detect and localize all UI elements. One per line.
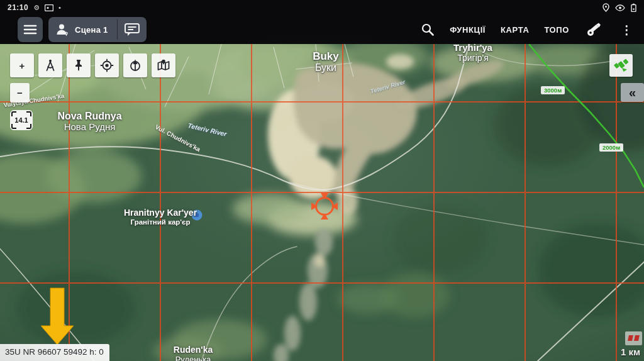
scene-button-label: Сцена 1 — [75, 25, 108, 35]
drafting-compass-icon — [43, 58, 58, 73]
zoom-level-indicator: 14.1 — [10, 110, 33, 130]
pin-tool-button[interactable] — [67, 53, 91, 77]
compass-arrow-icon — [128, 58, 143, 73]
zoom-level-value: 14.1 — [14, 116, 28, 124]
overflow-menu-button[interactable]: ⋮ — [618, 23, 635, 37]
chat-bubble-icon — [124, 22, 140, 37]
screenshot-status-icon — [45, 4, 53, 11]
red-unit-glyph — [628, 335, 633, 341]
menu-item-functions[interactable]: ФУНКЦІЇ — [450, 25, 486, 35]
map-with-pin-icon — [156, 58, 171, 73]
double-chevron-left-icon: « — [629, 86, 636, 100]
target-center-button[interactable] — [95, 53, 119, 77]
target-icon — [99, 58, 114, 73]
notification-dot-icon: • — [58, 4, 61, 11]
scene-button[interactable]: Сцена 1 — [48, 17, 117, 42]
poi-marker[interactable] — [192, 210, 203, 221]
measure-tool-button[interactable] — [38, 53, 62, 77]
eye-status-icon — [615, 4, 625, 11]
satellite-layer-button[interactable] — [609, 54, 633, 77]
search-icon[interactable] — [421, 23, 435, 36]
collapse-panel-button[interactable]: « — [621, 83, 644, 102]
person-scene-icon — [55, 22, 70, 37]
battery-status-icon — [631, 3, 636, 12]
satellite-imagery — [0, 44, 644, 361]
app-toolbar: Сцена 1 ФУНКЦІЇ КАРТА ТОПО — [0, 15, 644, 44]
app-screen: Buky Буки Tryhir'ya Тригір'я Nova Rudnya… — [0, 0, 644, 361]
map-select-button[interactable] — [152, 53, 175, 77]
hamburger-icon — [23, 24, 37, 35]
zoom-in-button[interactable]: + — [10, 53, 34, 77]
red-unit-symbol[interactable] — [625, 331, 642, 345]
menu-item-topo[interactable]: ТОПО — [544, 25, 569, 35]
pushpin-icon — [71, 58, 86, 73]
gear-status-icon: ⚙ — [33, 4, 40, 12]
mgrs-coordinate-readout: 35U NR 96607 59492 h: 0 — [0, 344, 109, 361]
scene-control-group: Сцена 1 — [48, 17, 147, 42]
android-status-bar: 21:10 ⚙ • — [0, 0, 644, 15]
compass-orientation-button[interactable] — [123, 53, 147, 77]
plus-icon: + — [19, 61, 25, 70]
minus-icon: − — [17, 88, 23, 97]
menu-item-map[interactable]: КАРТА — [501, 25, 529, 35]
map-canvas[interactable]: Buky Буки Tryhir'ya Тригір'я Nova Rudnya… — [0, 44, 644, 361]
map-toolbar-left: + — [10, 53, 175, 77]
clock: 21:10 — [8, 3, 28, 12]
chat-button[interactable] — [118, 17, 147, 42]
hamburger-menu-button[interactable] — [18, 17, 43, 42]
map-scale-label: 1 км — [621, 347, 640, 357]
satellite-icon — [613, 57, 630, 74]
location-status-icon — [602, 3, 609, 12]
artillery-icon[interactable] — [584, 22, 603, 37]
zoom-out-button[interactable]: − — [10, 83, 30, 103]
app-menu-right: ФУНКЦІЇ КАРТА ТОПО ⋮ — [421, 17, 635, 42]
